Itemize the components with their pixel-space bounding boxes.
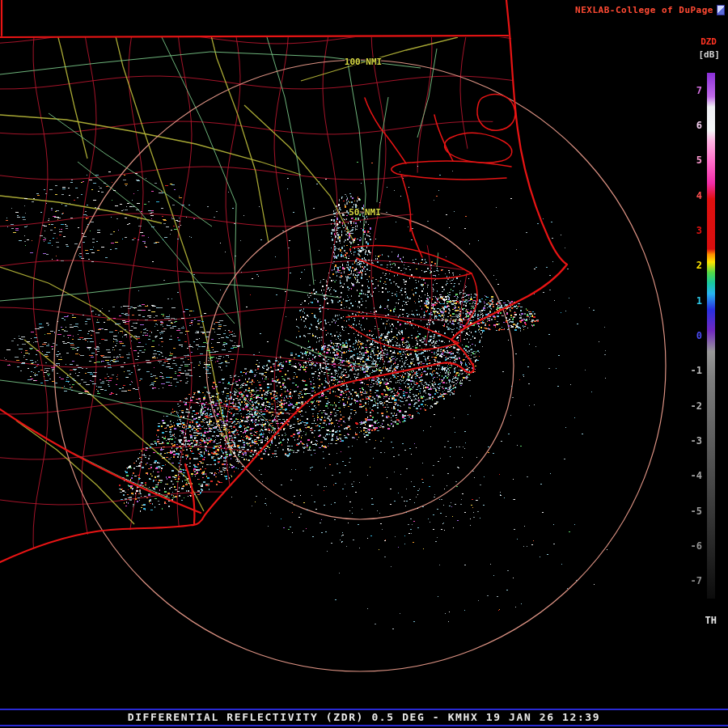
footer-rule-top	[0, 709, 728, 710]
colorbar-tick-3: 3	[679, 224, 702, 237]
pamlico-river-south-bank	[353, 246, 472, 273]
colorbar-tick-1: 1	[679, 294, 702, 307]
neuse-river-north-bank	[349, 325, 459, 350]
colorbar-product-label: DZD	[700, 36, 717, 47]
colorbar-tick--7: -7	[679, 574, 702, 587]
state-border-lines	[0, 0, 567, 562]
albemarle-sound-outline	[392, 161, 511, 180]
range-ring-label-50nmi: 50 NMI	[349, 207, 381, 218]
neuse-river-south-bank	[346, 316, 459, 343]
colorbar-threshold-label: TH	[705, 615, 717, 626]
footer-rule-bottom	[0, 725, 728, 726]
colorbar-tick-0: 0	[679, 329, 702, 342]
colorbar-tick--4: -4	[679, 469, 702, 482]
product-title: DIFFERENTIAL REFLECTIVITY (ZDR) 0.5 DEG …	[0, 711, 728, 724]
colorbar-tick--3: -3	[679, 434, 702, 447]
colorbar-tick-7: 7	[679, 84, 702, 97]
va-nc-border-line	[0, 36, 508, 37]
colorbar-tick-6: 6	[679, 119, 702, 132]
river-line	[365, 98, 380, 128]
colorbar-tick--1: -1	[679, 364, 702, 377]
estuary-loop	[445, 133, 512, 163]
radar-display: NEXLAB-College of DuPage DZD [dB] 765432…	[0, 0, 728, 728]
colorbar-tick-4: 4	[679, 189, 702, 202]
pungo-river-line	[409, 220, 422, 257]
colorbar-gradient	[707, 73, 715, 599]
colorbar-tick--5: -5	[679, 505, 702, 518]
state-boundaries-overlay	[0, 0, 728, 728]
cape-fear-river-line	[185, 464, 194, 524]
estuary-shorelines	[346, 94, 515, 349]
sound-west-shore	[463, 273, 477, 330]
colorbar-tick--6: -6	[679, 540, 702, 552]
river-line	[380, 128, 406, 163]
colorbar-tick-5: 5	[679, 154, 702, 167]
estuary-loop	[477, 94, 515, 130]
pamlico-river-north-bank	[357, 258, 472, 279]
colorbar-units-label: [dB]	[699, 49, 721, 60]
colorbar: DZD [dB] 76543210-1-2-3-4-5-6-7 TH	[671, 0, 728, 728]
colorbar-tick--2: -2	[679, 400, 702, 413]
colorbar-tick-2: 2	[679, 259, 702, 272]
range-ring-label-100nmi: 100 NMI	[345, 57, 382, 67]
nc-sc-border-line	[0, 409, 201, 513]
coastline-outer-banks	[0, 0, 567, 562]
